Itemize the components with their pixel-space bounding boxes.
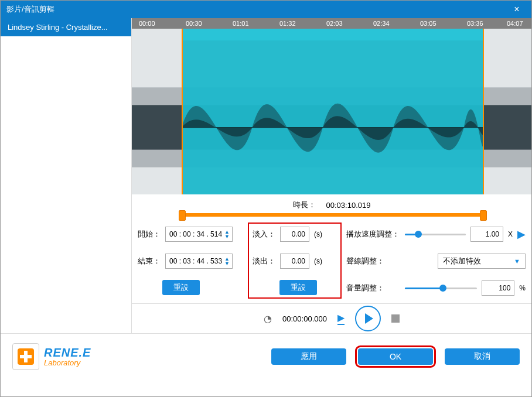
start-time-input[interactable]: ▲▼	[165, 227, 233, 242]
waveform-selection-icon	[182, 29, 484, 194]
end-time-input[interactable]: ▲▼	[165, 254, 233, 269]
window-title: 影片/音訊剪輯	[6, 4, 508, 15]
footer: RENE.E Laboratory 應用 OK 取消	[1, 333, 531, 379]
range-start-handle[interactable]	[182, 29, 183, 194]
speed-slider[interactable]	[405, 234, 466, 235]
range-slider[interactable]	[182, 213, 484, 217]
play-button[interactable]	[355, 306, 381, 331]
brand-logo: RENE.E Laboratory	[12, 343, 91, 370]
volume-label: 音量調整：	[346, 283, 400, 293]
export-icon[interactable]: ▶	[337, 312, 345, 325]
volume-input[interactable]	[482, 280, 514, 296]
fadeout-input[interactable]	[280, 254, 309, 269]
cancel-button[interactable]: 取消	[445, 348, 520, 365]
timeline-ruler: 00:00 00:30 01:01 01:32 02:03 02:34 03:0…	[132, 18, 531, 29]
duration-label: 時長：	[293, 200, 316, 210]
chevron-down-icon: ▼	[514, 258, 520, 265]
stop-button[interactable]	[391, 314, 400, 323]
fadein-input[interactable]	[280, 227, 309, 242]
ok-button[interactable]: OK	[358, 348, 433, 365]
start-label: 開始：	[138, 229, 161, 239]
playback-controls: ◔ 00:00:00.000 ▶	[132, 303, 531, 333]
sidebar: Lindsey Stirling - Crystallize...	[1, 18, 132, 333]
titlebar: 影片/音訊剪輯 ×	[1, 1, 531, 18]
duration-row: 時長： 00:03:10.019	[132, 194, 531, 216]
speed-input[interactable]	[470, 227, 503, 242]
play-icon[interactable]: ▶	[517, 228, 526, 241]
spinner-icon[interactable]: ▲▼	[223, 230, 231, 239]
reset-time-button[interactable]: 重設	[162, 280, 200, 295]
volume-slider[interactable]	[405, 288, 477, 289]
sound-effect-dropdown[interactable]: 不添加特效 ▼	[438, 254, 526, 269]
reset-fade-button[interactable]: 重設	[279, 280, 317, 295]
speed-label: 播放速度調整：	[346, 229, 400, 239]
range-end-handle[interactable]	[483, 29, 484, 194]
end-label: 結束：	[138, 256, 161, 266]
sound-label: 聲線調整：	[346, 256, 400, 266]
duration-value: 00:03:10.019	[326, 201, 371, 210]
playback-time: 00:00:00.000	[282, 314, 327, 323]
apply-button[interactable]: 應用	[271, 348, 346, 365]
plus-icon	[18, 348, 34, 365]
close-icon[interactable]: ×	[508, 4, 526, 15]
waveform-display[interactable]	[132, 29, 531, 194]
sidebar-item-track[interactable]: Lindsey Stirling - Crystallize...	[1, 18, 131, 36]
fadein-label: 淡入：	[253, 229, 275, 239]
spinner-icon[interactable]: ▲▼	[223, 256, 231, 266]
clock-icon: ◔	[264, 313, 272, 324]
fadeout-label: 淡出：	[253, 256, 275, 266]
